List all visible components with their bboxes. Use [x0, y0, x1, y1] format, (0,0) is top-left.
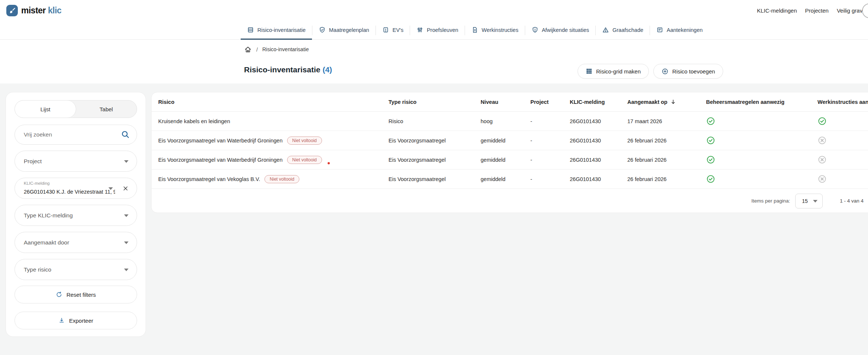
items-per-page-label: Items per pagina: — [751, 198, 790, 204]
cell-project: - — [524, 118, 563, 124]
risico-toevoegen-button[interactable]: Risico toevoegen — [653, 64, 723, 79]
tab-evs[interactable]: EV's — [376, 21, 410, 40]
table-row[interactable]: Eis Voorzorgsmaatregel van Waterbedrijf … — [152, 131, 868, 150]
beheersmaatregelen-status-icon — [699, 174, 811, 184]
breadcrumb-current: Risico-inventarisatie — [262, 46, 309, 52]
nav-projecten[interactable]: Projecten — [805, 7, 829, 14]
sort-desc-icon — [670, 99, 676, 105]
grid-icon — [586, 68, 592, 75]
clipboard-alert-icon — [382, 26, 389, 33]
cell-type-risico: Eis Voorzorgsmaatregel — [382, 138, 474, 144]
beheersmaatregelen-status-icon — [699, 116, 811, 126]
werkinstructies-status-icon — [811, 174, 868, 184]
col-header-type-risico[interactable]: Type risico — [382, 99, 474, 105]
risico-grid-maken-button[interactable]: Risico-grid maken — [578, 64, 649, 79]
cell-risico: Eis Voorzorgsmaatregel van Waterbedrijf … — [152, 137, 382, 145]
shield-check-icon — [319, 26, 326, 33]
warning-triangle-icon — [602, 26, 609, 33]
col-header-niveau[interactable]: Niveau — [474, 99, 524, 105]
download-icon — [58, 317, 65, 324]
check-circle-icon — [706, 174, 715, 184]
status-badge: Niet voltooid — [287, 156, 322, 164]
klic-melding-filter-select[interactable]: KLIC-melding 26G0101430 K.J. de Vriezest… — [14, 178, 137, 199]
col-header-project[interactable]: Project — [524, 99, 563, 105]
x-circle-icon — [817, 155, 827, 164]
view-toggle: Lijst Tabel — [14, 100, 137, 118]
view-toggle-tabel[interactable]: Tabel — [76, 101, 137, 118]
beheersmaatregelen-status-icon — [699, 136, 811, 145]
table-rows-icon — [247, 26, 254, 33]
risico-table-card: Risico Type risico Niveau Project KLIC-m… — [151, 92, 868, 213]
chevron-down-icon — [124, 160, 129, 163]
cell-project: - — [524, 138, 563, 144]
red-dot — [328, 162, 330, 164]
col-header-werkinstructies[interactable]: Werkinstructies aanwezig — [811, 99, 868, 105]
cell-project: - — [524, 176, 563, 182]
cell-niveau: gemiddeld — [474, 157, 524, 163]
col-header-aangemaakt-op[interactable]: Aangemaakt op — [621, 99, 699, 105]
clear-filter-icon[interactable] — [121, 184, 130, 193]
klic-melding-filter-label: KLIC-melding — [24, 181, 50, 185]
cell-aangemaakt-op: 17 maart 2026 — [621, 118, 699, 124]
tab-proefsleuven[interactable]: Proefsleuven — [410, 21, 465, 40]
table-row[interactable]: Kruisende kabels en leidingen Risico hoo… — [152, 112, 868, 131]
cell-klic-melding: 26G0101430 — [563, 157, 621, 163]
note-icon — [656, 26, 663, 33]
nav-klic-meldingen[interactable]: KLIC-meldingen — [757, 7, 797, 14]
check-circle-icon — [706, 155, 715, 164]
beheersmaatregelen-status-icon — [699, 155, 811, 164]
col-header-beheersmaatregelen[interactable]: Beheersmaatregelen aanwezig — [699, 99, 811, 105]
export-button[interactable]: Exporteer — [14, 312, 137, 329]
home-icon[interactable] — [244, 46, 252, 53]
chevron-down-icon — [124, 241, 129, 244]
breadcrumb-separator: / — [256, 46, 258, 53]
tab-werkinstructies[interactable]: Werkinstructies — [465, 21, 525, 40]
refresh-icon — [56, 291, 62, 298]
cell-project: - — [524, 157, 563, 163]
tab-graafschade[interactable]: Graafschade — [596, 21, 650, 40]
x-circle-icon — [817, 136, 827, 145]
tab-maatregelenplan[interactable]: Maatregelenplan — [312, 21, 376, 40]
top-bar: misterklic KLIC-meldingen Projecten Veil… — [0, 0, 868, 21]
aangemaakt-door-filter-select[interactable]: Aangemaakt door — [14, 232, 137, 253]
check-circle-icon — [706, 116, 715, 126]
tab-bar: Risico-inventarisatie Maatregelenplan EV… — [0, 21, 868, 40]
search-field-wrap — [14, 125, 137, 145]
brand-logo[interactable]: misterklic — [6, 0, 61, 21]
cell-niveau: gemiddeld — [474, 138, 524, 144]
werkinstructies-status-icon — [811, 136, 868, 145]
pagination-bar: Items per pagina: 15 1 - 4 van 4 — [152, 189, 868, 213]
cell-aangemaakt-op: 26 februari 2026 — [621, 157, 699, 163]
plus-circle-icon — [661, 68, 669, 75]
cell-risico: Kruisende kabels en leidingen — [152, 118, 382, 124]
sliders-icon — [416, 26, 423, 33]
view-toggle-lijst[interactable]: Lijst — [15, 101, 76, 118]
search-input[interactable] — [14, 125, 137, 145]
search-icon — [121, 130, 130, 139]
cell-klic-melding: 26G0101430 — [563, 138, 621, 144]
tab-aantekeningen[interactable]: Aantekeningen — [650, 21, 709, 40]
table-row[interactable]: Eis Voorzorgsmaatregel van Waterbedrijf … — [152, 150, 868, 170]
cell-type-risico: Risico — [382, 118, 474, 124]
page-size-select[interactable]: 15 — [795, 194, 823, 208]
cell-aangemaakt-op: 26 februari 2026 — [621, 176, 699, 182]
title-bar: Risico-inventarisatie(4) Risico-grid mak… — [0, 59, 868, 83]
brand-wordmark: misterklic — [21, 6, 61, 16]
cell-type-risico: Eis Voorzorgsmaatregel — [382, 176, 474, 182]
cell-type-risico: Eis Voorzorgsmaatregel — [382, 157, 474, 163]
chevron-down-icon — [108, 187, 113, 190]
tab-risico-inventarisatie[interactable]: Risico-inventarisatie — [241, 21, 312, 40]
project-filter-select[interactable]: Project — [14, 151, 137, 172]
filter-sidebar: Lijst Tabel Project KLIC-melding 26G0101… — [6, 92, 146, 337]
tab-afwijkende-situaties[interactable]: Afwijkende situaties — [525, 21, 595, 40]
type-risico-filter-select[interactable]: Type risico — [14, 259, 137, 280]
reset-filters-button[interactable]: Reset filters — [14, 286, 137, 303]
type-klic-melding-filter-select[interactable]: Type KLIC-melding — [14, 205, 137, 226]
table-row[interactable]: Eis Voorzorgsmaatregel van Vekoglas B.V.… — [152, 170, 868, 189]
col-header-klic-melding[interactable]: KLIC-melding — [563, 99, 621, 105]
breadcrumb: / Risico-inventarisatie — [244, 40, 309, 59]
cell-risico: Eis Voorzorgsmaatregel van Waterbedrijf … — [152, 156, 382, 164]
document-icon — [471, 26, 478, 33]
col-header-risico[interactable]: Risico — [152, 99, 382, 105]
status-badge: Niet voltooid — [264, 175, 299, 183]
